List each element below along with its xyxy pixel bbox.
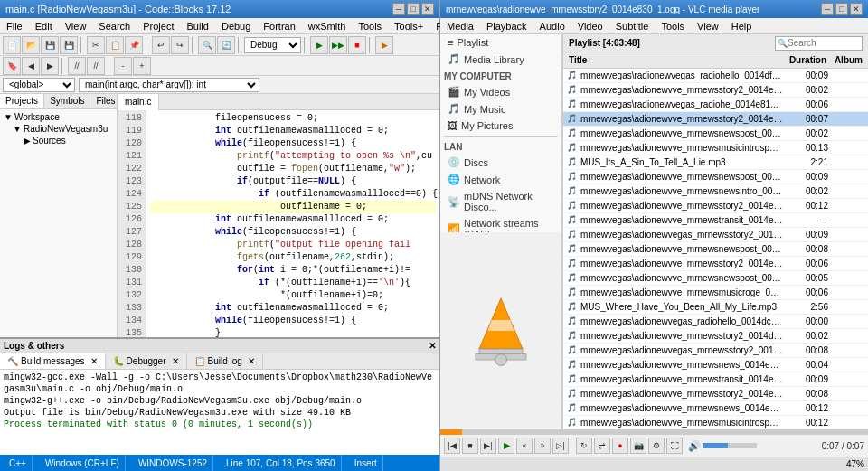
menu-wxsmith[interactable]: wxSmith — [306, 20, 349, 33]
prev-button[interactable]: |◀ — [444, 438, 460, 454]
tree-sources[interactable]: ▶ Sources — [2, 135, 115, 146]
undo-button[interactable]: ↩ — [152, 36, 170, 54]
menu-debug[interactable]: Debug — [219, 20, 253, 33]
unfold-all[interactable]: + — [133, 57, 151, 75]
sidebar-network[interactable]: 🌐 Network — [440, 171, 561, 188]
cut-button[interactable]: ✂ — [87, 36, 105, 54]
playlist-item[interactable]: 🎵mrnewvegas\radionewvegas_radiohello_001… — [563, 69, 868, 83]
maximize-button[interactable]: □ — [407, 3, 420, 15]
playlist-item[interactable]: 🎵mrnewvegas\adionewvve_mrnewsstory2_0014… — [563, 329, 868, 344]
menu-build[interactable]: Build — [184, 20, 211, 33]
logs-close-icon[interactable]: ✕ — [429, 341, 436, 351]
playlist-item[interactable]: 🎵mrnewvegas\adionewvegas_mrnewsstory2_00… — [563, 344, 868, 358]
tab-projects[interactable]: Projects — [0, 94, 44, 108]
vlc-minimize-button[interactable]: ─ — [821, 3, 834, 15]
playlist-item[interactable]: 🎵mrnewvegas\radionewvegas_radiohe_0014e8… — [563, 98, 868, 112]
sidebar-my-pictures[interactable]: 🖼 My Pictures — [440, 118, 561, 134]
vlc-menu-media[interactable]: Media — [444, 20, 476, 33]
new-button[interactable]: 📄 — [3, 36, 21, 54]
random-button[interactable]: ⇌ — [594, 438, 610, 454]
uncomment-button[interactable]: // — [87, 57, 105, 75]
menu-edit[interactable]: Edit — [33, 20, 55, 33]
playlist-item[interactable]: 🎵mrnewvegas\adionewvegas_mrnewsstory2_00… — [563, 228, 868, 242]
playlist-item[interactable]: 🎵MUS_Where_Have_You_Been_All_My_Life.mp3… — [563, 300, 868, 315]
paste-button[interactable]: 📌 — [125, 36, 143, 54]
run-button[interactable]: ▶▶ — [329, 36, 347, 54]
code-lines[interactable]: fileopensucess = 0; int outfilenamewasma… — [146, 110, 439, 337]
vlc-progress-bar[interactable] — [440, 429, 868, 435]
bookmark-next[interactable]: ▶ — [41, 57, 59, 75]
vlc-menu-subtitle[interactable]: Subtitle — [613, 20, 652, 33]
playlist-item[interactable]: 🎵mrnewvegas\adionewvve_mrnewsstory2_0014… — [563, 387, 868, 401]
function-select[interactable]: main(int argc, char* argv[]): int — [79, 78, 259, 92]
redo-button[interactable]: ↪ — [171, 36, 189, 54]
sidebar-my-music[interactable]: 🎵 My Music — [440, 100, 561, 118]
open-button[interactable]: 📂 — [22, 36, 40, 54]
tab-files[interactable]: Files — [90, 94, 118, 108]
next-button[interactable]: ▶| — [480, 438, 496, 454]
menu-project[interactable]: Project — [140, 20, 176, 33]
stop-button-vlc[interactable]: ■ — [462, 438, 478, 454]
playlist-item[interactable]: 🎵mrnewvegas\adionewvve_mrnewsnewspost_00… — [563, 271, 868, 286]
playlist-search-box[interactable]: 🔍 — [775, 36, 863, 51]
stop-button[interactable]: ■ — [348, 36, 366, 54]
vlc-menu-audio[interactable]: Audio — [537, 20, 568, 33]
menu-file[interactable]: File — [4, 20, 25, 33]
vlc-menu-playback[interactable]: Playback — [484, 20, 530, 33]
build-log-close[interactable]: ✕ — [248, 356, 255, 366]
fold-all[interactable]: - — [114, 57, 132, 75]
playlist-item[interactable]: 🎵mrnewvegas\adionewvve_mrnewsnewsintro_0… — [563, 184, 868, 199]
sidebar-media-library[interactable]: 🎵 Media Library — [440, 51, 561, 68]
debugger-close[interactable]: ✕ — [172, 356, 179, 366]
playlist-item[interactable]: 🎵mrnewvegas\adionewvve_mrnewsnews_0014eb… — [563, 401, 868, 416]
playlist-item[interactable]: 🎵mrnewvegas\adionewvve_mrnewstransit_001… — [563, 213, 868, 228]
menu-search[interactable]: Search — [96, 20, 133, 33]
vlc-close-button[interactable]: ✕ — [850, 3, 863, 15]
playlist-search-input[interactable] — [788, 38, 860, 48]
playlist-item[interactable]: 🎵mrnewvegas\adionewvve_mrnewsstory2_0014… — [563, 83, 868, 98]
build-messages-close[interactable]: ✕ — [90, 356, 98, 366]
loop-button[interactable]: ↻ — [576, 438, 592, 454]
playlist-item[interactable]: 🎵mrnewvegas\adionewvve_mrnewsstory2_0014… — [563, 112, 868, 127]
build-button[interactable]: ▶ — [310, 36, 328, 54]
playlist-item[interactable]: 🎵mrnewvegas\adionewvve_mrnewsmusicroge_0… — [563, 286, 868, 300]
tab-symbols[interactable]: Symbols — [44, 94, 90, 108]
slower-button[interactable]: « — [516, 438, 533, 454]
menu-fortran[interactable]: Fortran — [260, 20, 297, 33]
menu-tools-plus[interactable]: Tools+ — [392, 20, 426, 33]
faster-button[interactable]: » — [534, 438, 551, 454]
playlist-item[interactable]: 🎵mrnewvegas\adionewvve_mrnewsstory2_0014… — [563, 199, 868, 213]
save-all-button[interactable]: 💾 — [60, 36, 78, 54]
editor-tab-main-c[interactable]: main.c — [118, 94, 159, 110]
find-button[interactable]: 🔍 — [198, 36, 216, 54]
playlist-item[interactable]: 🎵mrnewvegas\adionewvve_mrnewsnewspost_00… — [563, 127, 868, 141]
record-button[interactable]: ● — [612, 438, 628, 454]
playlist-item[interactable]: 🎵mrnewvegas\adionewvegas_radiohello_0014… — [563, 315, 868, 329]
bookmark-toggle[interactable]: 🔖 — [3, 57, 21, 75]
tree-workspace[interactable]: ▼ Workspace — [2, 111, 115, 123]
sidebar-playlist[interactable]: ≡ Playlist — [440, 34, 561, 51]
playlist-item[interactable]: 🎵mrnewvegas\adionewvve_mrnewsmusicintros… — [563, 416, 868, 429]
tab-build-log[interactable]: 📋 Build log ✕ — [187, 353, 263, 369]
save-button[interactable]: 💾 — [41, 36, 59, 54]
playlist-item[interactable]: 🎵mrnewvegas\adionewvve_mrnewsnews_0014e8… — [563, 358, 868, 372]
replace-button[interactable]: 🔄 — [217, 36, 235, 54]
tab-debugger[interactable]: 🐛 Debugger ✕ — [106, 353, 187, 369]
sidebar-sap[interactable]: 📶 Network streams (SAP) — [440, 215, 561, 232]
code-container[interactable]: 118 119 120 121 122 123 124 125 126 127 … — [118, 110, 439, 337]
close-button[interactable]: ✕ — [421, 3, 434, 15]
vlc-menu-tools[interactable]: Tools — [658, 20, 687, 33]
playlist-item[interactable]: 🎵mrnewvegas\adionewvve_mrnewstransit_001… — [563, 372, 868, 387]
vlc-menu-view[interactable]: View — [694, 20, 722, 33]
snapshot-button[interactable]: 📷 — [630, 438, 646, 454]
vlc-maximize-button[interactable]: □ — [835, 3, 848, 15]
fullscreen-button[interactable]: ⛶ — [666, 438, 683, 454]
tree-project[interactable]: ▼ RadioNewVegasm3u — [2, 123, 115, 135]
copy-button[interactable]: 📋 — [106, 36, 124, 54]
debug-button[interactable]: ▶ — [375, 36, 393, 54]
vlc-menu-video[interactable]: Video — [575, 20, 606, 33]
bookmark-prev[interactable]: ◀ — [22, 57, 40, 75]
comment-toggle[interactable]: // — [68, 57, 86, 75]
playlist-item[interactable]: 🎵mrnewvegas\adionewvve_mrnewsmusicintros… — [563, 141, 868, 155]
frame-button[interactable]: ▷| — [552, 438, 569, 454]
